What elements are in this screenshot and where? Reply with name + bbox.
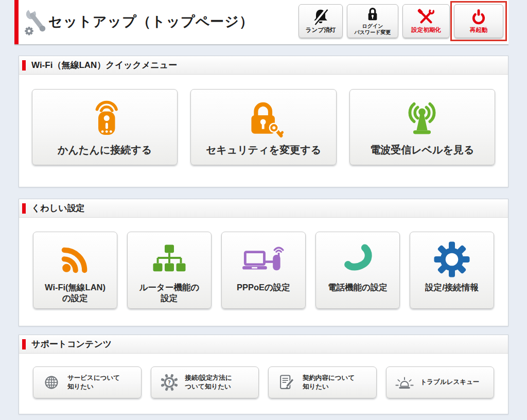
bell-off-icon [311, 8, 330, 26]
lamp-off-label: ランプ消灯 [306, 27, 336, 33]
wifi-quick-menu-section: Wi-Fi（無線LAN）クイックメニュー かんたんに接続する [19, 56, 508, 187]
contract-details-button[interactable]: 契約内容について 知りたい [268, 366, 377, 398]
wifi-router-icon [85, 99, 125, 139]
wifi-quick-menu-body: かんたんに接続する セキュリティを変更する [19, 75, 508, 165]
wifi-settings-button[interactable]: Wi-Fi(無線LAN) の設定 [33, 232, 117, 309]
document-pencil-icon [277, 373, 296, 392]
support-contents-body: サービスについて 知りたい ? [19, 354, 508, 398]
svg-text:?: ? [168, 379, 171, 386]
support-contents-section: サポートコンテンツ サービスについて 知りたい [19, 335, 508, 414]
section-accent-bar [22, 60, 26, 71]
trouble-rescue-button[interactable]: トラブルレスキュー [386, 366, 495, 398]
network-tree-icon [150, 242, 189, 276]
gear-icon [433, 241, 470, 278]
factory-reset-button[interactable]: 設定初期化 [402, 4, 450, 38]
wifi-waves-icon [57, 241, 93, 277]
wrench-gear-icon [23, 7, 48, 37]
globe-icon [42, 373, 61, 392]
reboot-button-wrapper: 再起動 [454, 4, 503, 38]
phone-handset-icon [340, 241, 376, 277]
power-symbol-icon [469, 8, 488, 26]
section-accent-bar [22, 339, 26, 349]
header-accent-bar [14, 0, 19, 44]
easy-connect-label: かんたんに接続する [58, 143, 152, 157]
wifi-settings-label: Wi-Fi(無線LAN) の設定 [45, 282, 106, 304]
pppoe-settings-label: PPPoEの設定 [237, 282, 290, 293]
how-to-setup-button[interactable]: ? 接続/設定方法に ついて知りたい [151, 366, 259, 398]
signal-level-label: 電波受信レベルを見る [370, 143, 474, 157]
pppoe-settings-button[interactable]: PPPoEの設定 [221, 232, 306, 309]
how-to-setup-label: 接続/設定方法に ついて知りたい [185, 374, 232, 392]
wifi-quick-menu-title: Wi-Fi（無線LAN）クイックメニュー [31, 59, 177, 71]
pc-and-router-icon [241, 244, 286, 274]
crossed-tools-icon [416, 8, 436, 26]
detail-settings-section: くわしい設定 Wi-Fi(無線LAN) の設定 [19, 199, 508, 326]
factory-reset-label: 設定初期化 [411, 27, 441, 33]
section-accent-bar [22, 203, 26, 214]
support-contents-title: サポートコンテンツ [31, 338, 112, 350]
reboot-label: 再起動 [470, 27, 488, 33]
support-contents-header: サポートコンテンツ [19, 335, 508, 354]
change-security-button[interactable]: セキュリティを変更する [190, 89, 336, 165]
phone-function-label: 電話機能の設定 [328, 282, 388, 293]
page-header: セットアップ（トップページ） ランプ消灯 ログイン パスワード変更 [14, 0, 508, 45]
detail-settings-header: くわしい設定 [19, 199, 508, 218]
lock-and-key-icon [243, 99, 284, 139]
trouble-rescue-label: トラブルレスキュー [420, 378, 480, 387]
connection-info-label: 設定/接続情報 [425, 282, 479, 293]
contract-details-label: 契約内容について 知りたい [303, 374, 355, 392]
padlock-icon [365, 7, 380, 23]
login-password-change-button[interactable]: ログイン パスワード変更 [347, 4, 398, 38]
connection-info-button[interactable]: 設定/接続情報 [410, 232, 494, 309]
router-function-label: ルーター機能の 設定 [139, 282, 200, 304]
antenna-signal-icon [401, 99, 443, 139]
easy-connect-button[interactable]: かんたんに接続する [32, 89, 178, 165]
lamp-off-button[interactable]: ランプ消灯 [298, 4, 343, 38]
about-service-button[interactable]: サービスについて 知りたい [33, 366, 142, 398]
page-title: セットアップ（トップページ） [48, 12, 254, 31]
reboot-button[interactable]: 再起動 [454, 4, 503, 38]
change-security-label: セキュリティを変更する [206, 143, 321, 157]
router-function-button[interactable]: ルーター機能の 設定 [127, 232, 212, 309]
signal-level-button[interactable]: 電波受信レベルを見る [349, 89, 495, 165]
siren-lamp-icon [395, 373, 414, 392]
gear-question-icon: ? [160, 373, 179, 392]
login-password-change-label: ログイン パスワード変更 [355, 23, 391, 35]
header-actions: ランプ消灯 ログイン パスワード変更 設定初期化 [298, 4, 503, 38]
about-service-label: サービスについて 知りたい [67, 374, 120, 392]
wifi-quick-menu-header: Wi-Fi（無線LAN）クイックメニュー [19, 56, 508, 75]
detail-settings-title: くわしい設定 [31, 202, 85, 214]
detail-settings-body: Wi-Fi(無線LAN) の設定 ルーター機能の 設定 [19, 218, 508, 309]
phone-function-button[interactable]: 電話機能の設定 [315, 232, 400, 309]
